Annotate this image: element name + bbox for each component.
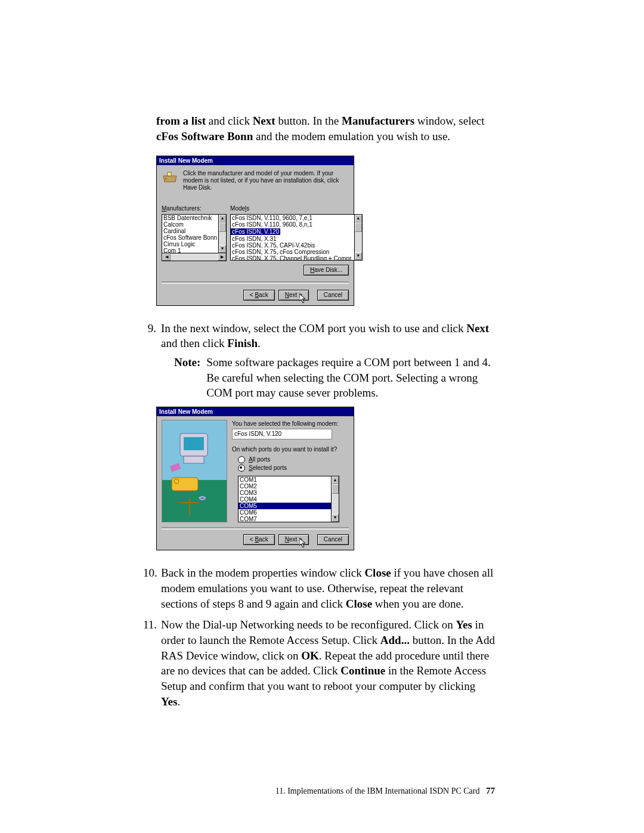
scrollbar[interactable]: ▲ ▼ — [218, 214, 227, 253]
scroll-up-icon[interactable]: ▲ — [355, 215, 362, 222]
radio-icon[interactable] — [238, 456, 245, 463]
scroll-down-icon[interactable]: ▼ — [332, 514, 339, 522]
intro-bold-manuf: Manufacturers — [342, 114, 414, 127]
list-item[interactable]: Calcom — [162, 221, 218, 228]
cancel-button[interactable]: Cancel — [317, 534, 349, 545]
cursor-icon — [299, 294, 308, 305]
list-item[interactable]: cFos ISDN, V.110, 9600, 7,e,1 — [231, 215, 354, 221]
scroll-down-icon[interactable]: ▼ — [355, 252, 362, 260]
scrollbar[interactable]: ▲ ▼ — [354, 214, 363, 261]
scroll-thumb[interactable] — [219, 222, 226, 232]
step-number: 9. — [143, 321, 156, 401]
list-item[interactable]: Com 1 — [162, 247, 218, 253]
scroll-right-icon[interactable]: ▶ — [218, 253, 226, 261]
step-9: 9. In the next window, select the COM po… — [143, 321, 495, 401]
next-button[interactable]: Next > — [278, 290, 309, 301]
list-item[interactable]: COM4 — [239, 496, 331, 503]
models-listbox[interactable]: cFos ISDN, V.110, 9600, 7,e,1 cFos ISDN,… — [230, 214, 363, 261]
scroll-thumb[interactable] — [355, 222, 362, 232]
list-item[interactable]: cFos ISDN, X.75, CAPI-V.42bis — [231, 242, 354, 249]
footer-text: 11. Implementations of the IBM Internati… — [275, 786, 480, 795]
svg-point-3 — [167, 178, 168, 179]
wizard-illustration — [162, 420, 227, 522]
install-new-modem-dialog-1: Install New Modem Click the manufacturer… — [156, 156, 354, 306]
svg-rect-9 — [184, 456, 204, 463]
svg-point-11 — [174, 479, 179, 484]
svg-rect-1 — [168, 172, 171, 176]
ports-listbox[interactable]: COM1 COM2 COM3 COM4 COM5 COM6 COM7 ▲ ▼ — [238, 476, 339, 522]
selected-modem-field[interactable]: cFos ISDN, V.120 — [232, 429, 332, 439]
step-number: 11. — [143, 617, 156, 709]
list-item[interactable]: cFos ISDN, X.31 — [231, 236, 354, 242]
list-item-selected[interactable]: COM5 — [239, 503, 331, 509]
page-number: 77 — [486, 786, 495, 795]
list-item[interactable]: cFos Software Bonn — [162, 234, 218, 241]
intro-bold-1: from a list — [156, 114, 206, 127]
manufacturers-listbox[interactable]: BSB Datentechnik Calcom Cardinal cFos So… — [162, 214, 227, 253]
next-button[interactable]: Next > — [278, 534, 309, 545]
list-item[interactable]: BSB Datentechnik — [162, 215, 218, 221]
separator — [162, 527, 349, 529]
svg-marker-15 — [299, 538, 305, 547]
radio-selected-ports[interactable]: Selected ports — [232, 464, 349, 472]
dialog1-body: Click the manufacturer and model of your… — [157, 165, 354, 305]
scrollbar[interactable]: ▲ ▼ — [331, 476, 339, 522]
intro-bold-next: Next — [253, 114, 275, 127]
step-10: 10. Back in the modem properties window … — [143, 565, 495, 611]
scroll-down-icon[interactable]: ▼ — [219, 245, 226, 253]
install-new-modem-dialog-2: Install New Modem You have — [156, 407, 354, 551]
radio-icon[interactable] — [238, 465, 245, 472]
intro-paragraph: from a list and click Next button. In th… — [143, 113, 495, 144]
intro-bold-cfos: cFos Software Bonn — [156, 130, 253, 143]
scroll-left-icon[interactable]: ◀ — [162, 253, 171, 261]
scroll-thumb[interactable] — [332, 484, 339, 494]
dialog1-title-bar[interactable]: Install New Modem — [157, 156, 354, 165]
radio-all-ports[interactable]: All ports — [232, 456, 349, 464]
list-item[interactable]: cFos ISDN, X.75, cFos Compression — [231, 249, 354, 255]
note-body: Some software packages require a COM por… — [206, 355, 495, 401]
page: from a list and click Next button. In th… — [0, 0, 644, 833]
svg-marker-4 — [299, 294, 305, 303]
cursor-icon — [299, 538, 308, 549]
manufacturers-label: Manufacturers: — [162, 205, 227, 213]
svg-rect-8 — [184, 437, 204, 450]
list-item[interactable]: Cardinal — [162, 228, 218, 234]
scroll-up-icon[interactable]: ▲ — [332, 476, 339, 484]
list-item[interactable]: COM2 — [239, 483, 331, 490]
list-item[interactable]: COM1 — [239, 476, 331, 483]
list-item[interactable]: COM3 — [239, 490, 331, 496]
step-number: 10. — [143, 565, 156, 611]
back-button[interactable]: < Back — [243, 290, 275, 301]
note-block: Note: Some software packages require a C… — [174, 355, 495, 401]
step-11: 11. Now the Dial-up Networking needs to … — [143, 617, 495, 709]
list-item[interactable]: Cirrus Logic — [162, 241, 218, 247]
dialog1-instruction: Click the manufacturer and model of your… — [183, 170, 349, 191]
back-button[interactable]: < Back — [243, 534, 275, 545]
list-item-selected[interactable]: cFos ISDN, V.120 — [231, 228, 280, 235]
list-item[interactable]: COM7 — [239, 516, 331, 522]
list-item[interactable]: COM6 — [239, 509, 331, 516]
note-label: Note: — [174, 355, 200, 401]
horizontal-scrollbar[interactable]: ◀ ▶ — [162, 253, 227, 261]
page-footer: 11. Implementations of the IBM Internati… — [275, 785, 495, 797]
have-disk-button[interactable]: Have Disk... — [304, 265, 349, 275]
dialog2-line2: On which ports do you want to install it… — [232, 445, 349, 454]
list-item[interactable]: cFos ISDN, V.110, 9600, 8,n,1 — [231, 221, 354, 228]
models-label: Models — [230, 205, 363, 213]
list-item[interactable]: cFos ISDN, X.75, Channel Bundling + Comp… — [231, 255, 354, 261]
dialog2-line1: You have selected the following modem: — [232, 420, 349, 428]
cancel-button[interactable]: Cancel — [317, 290, 349, 301]
dialog2-title-bar[interactable]: Install New Modem — [157, 407, 354, 416]
scroll-up-icon[interactable]: ▲ — [219, 215, 226, 222]
modem-icon — [162, 170, 178, 184]
svg-point-2 — [165, 178, 166, 179]
